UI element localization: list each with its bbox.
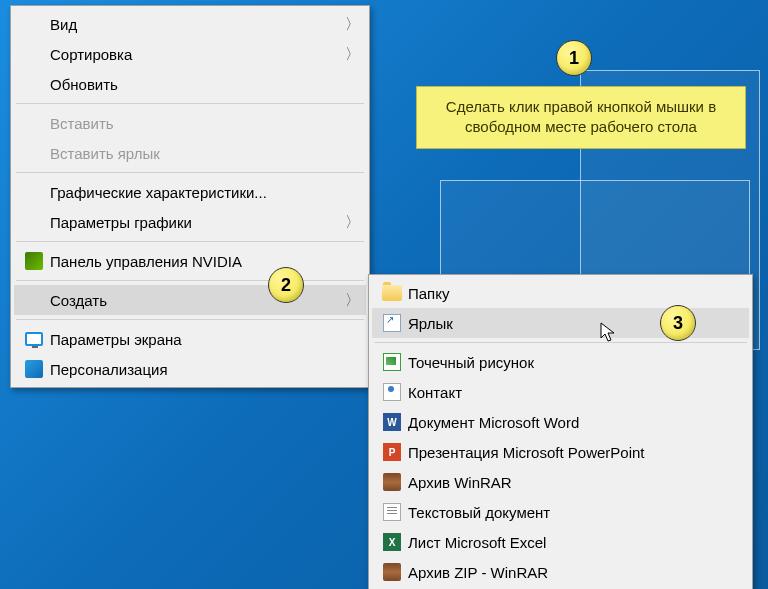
menu-label: Контакт (406, 384, 743, 401)
menu-item-personalize[interactable]: Персонализация (14, 354, 366, 384)
shortcut-icon (378, 314, 406, 332)
menu-item-sort[interactable]: Сортировка 〉 (14, 39, 366, 69)
instruction-text: Сделать клик правой кнопкой мышки в своб… (446, 98, 716, 135)
menu-label: Панель управления NVIDIA (48, 253, 360, 270)
excel-icon: X (378, 533, 406, 551)
step-badge-1: 1 (556, 40, 592, 76)
mouse-cursor-icon (600, 322, 618, 349)
menu-label: Параметры графики (48, 214, 345, 231)
submenu-item-excel[interactable]: X Лист Microsoft Excel (372, 527, 749, 557)
menu-item-paste: Вставить (14, 108, 366, 138)
step-badge-2: 2 (268, 267, 304, 303)
menu-label: Сортировка (48, 46, 345, 63)
menu-label: Персонализация (48, 361, 360, 378)
menu-separator (374, 342, 747, 343)
nvidia-icon (20, 252, 48, 270)
menu-item-nvidia[interactable]: Панель управления NVIDIA (14, 246, 366, 276)
menu-label: Папку (406, 285, 743, 302)
menu-item-create[interactable]: Создать 2 〉 (14, 285, 366, 315)
submenu-arrow-icon: 〉 (345, 213, 360, 232)
menu-item-paste-shortcut: Вставить ярлык (14, 138, 366, 168)
menu-label: Архив ZIP - WinRAR (406, 564, 743, 581)
menu-label: Презентация Microsoft PowerPoint (406, 444, 743, 461)
submenu-arrow-icon: 〉 (345, 45, 360, 64)
submenu-item-folder[interactable]: Папку (372, 278, 749, 308)
submenu-item-contact[interactable]: Контакт (372, 377, 749, 407)
menu-separator (16, 241, 364, 242)
menu-label: Графические характеристики... (48, 184, 360, 201)
menu-item-graphics-properties[interactable]: Графические характеристики... (14, 177, 366, 207)
instruction-callout: Сделать клик правой кнопкой мышки в своб… (416, 86, 746, 149)
menu-label: Вставить ярлык (48, 145, 360, 162)
submenu-arrow-icon: 〉 (345, 15, 360, 34)
menu-label: Лист Microsoft Excel (406, 534, 743, 551)
menu-separator (16, 103, 364, 104)
menu-label: Вставить (48, 115, 360, 132)
menu-item-graphics-params[interactable]: Параметры графики 〉 (14, 207, 366, 237)
menu-item-view[interactable]: Вид 〉 (14, 9, 366, 39)
submenu-item-word[interactable]: W Документ Microsoft Word (372, 407, 749, 437)
menu-separator (16, 280, 364, 281)
contact-icon (378, 383, 406, 401)
folder-icon (378, 285, 406, 301)
winrar-icon (378, 563, 406, 581)
submenu-item-powerpoint[interactable]: P Презентация Microsoft PowerPoint (372, 437, 749, 467)
menu-label: Точечный рисунок (406, 354, 743, 371)
desktop-context-menu: Вид 〉 Сортировка 〉 Обновить Вставить Вст… (10, 5, 370, 388)
menu-separator (16, 319, 364, 320)
word-icon: W (378, 413, 406, 431)
submenu-item-text[interactable]: Текстовый документ (372, 497, 749, 527)
menu-label: Документ Microsoft Word (406, 414, 743, 431)
menu-item-display-settings[interactable]: Параметры экрана (14, 324, 366, 354)
menu-label: Архив WinRAR (406, 474, 743, 491)
menu-label: Текстовый документ (406, 504, 743, 521)
bitmap-icon (378, 353, 406, 371)
menu-label: Вид (48, 16, 345, 33)
menu-item-refresh[interactable]: Обновить (14, 69, 366, 99)
winrar-icon (378, 473, 406, 491)
submenu-item-zip[interactable]: Архив ZIP - WinRAR (372, 557, 749, 587)
submenu-item-shortcut[interactable]: Ярлык 3 (372, 308, 749, 338)
monitor-icon (20, 332, 48, 346)
create-submenu: Папку Ярлык 3 Точечный рисунок Контакт W… (368, 274, 753, 589)
menu-label: Параметры экрана (48, 331, 360, 348)
submenu-item-winrar[interactable]: Архив WinRAR (372, 467, 749, 497)
step-badge-3: 3 (660, 305, 696, 341)
submenu-item-bitmap[interactable]: Точечный рисунок (372, 347, 749, 377)
powerpoint-icon: P (378, 443, 406, 461)
submenu-arrow-icon: 〉 (345, 291, 360, 310)
menu-separator (16, 172, 364, 173)
menu-label: Обновить (48, 76, 360, 93)
text-file-icon (378, 503, 406, 521)
personalize-icon (20, 360, 48, 378)
